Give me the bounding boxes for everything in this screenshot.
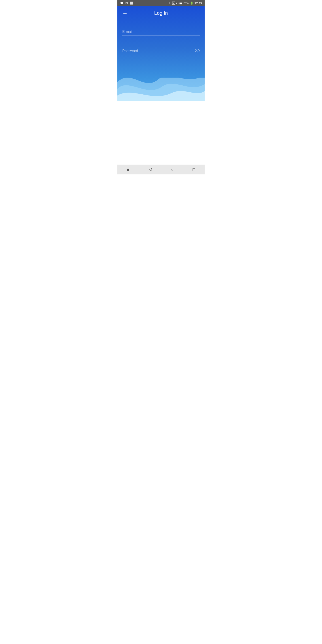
page-title: Log In [154,10,168,16]
email-input-wrapper [122,28,200,36]
back-nav-icon: ◁ [149,167,152,172]
whatsapp-icon: 💬 [120,2,124,5]
status-bar-left: 💬 🖼 ⬜ [120,2,133,5]
status-bar: 💬 🖼 ⬜ ✳ N ▾ ▮▮▮ 21% 🔋 17:45 [118,0,204,6]
password-input[interactable] [122,47,200,55]
status-time: 17:45 [194,2,202,5]
battery-percent: 21% [184,2,189,5]
back-arrow-icon: ← [122,10,128,16]
recents-icon: □ [192,167,195,172]
svg-rect-0 [118,101,204,113]
main-container: ← Log In REGISTERED E-MAIL WATER ADVISOR… [118,6,204,164]
password-input-wrapper [122,47,200,55]
back-button[interactable]: ← [122,10,128,16]
battery-icon: 🔋 [190,2,194,5]
home-icon: ○ [171,167,173,172]
svg-point-1 [195,49,200,52]
nfc-icon: N [172,2,175,5]
waves-container [118,78,204,164]
recents-button[interactable]: □ [192,167,195,172]
signal-icon: ▮▮▮ [178,2,182,4]
nav-bar: ■ ◁ ○ □ [118,164,204,174]
image-icon: 🖼 [125,2,128,5]
bluetooth-icon: ✳ [168,2,170,5]
header: ← Log In [118,6,204,16]
toggle-password-icon[interactable] [195,49,200,54]
back-nav-button[interactable]: ◁ [149,167,152,172]
svg-point-2 [196,50,198,51]
home-button[interactable]: ○ [171,167,173,172]
status-bar-right: ✳ N ▾ ▮▮▮ 21% 🔋 17:45 [168,2,202,5]
recent-apps-icon: ■ [127,167,130,172]
wifi-icon: ▾ [176,2,177,5]
monitor-icon: ⬜ [130,2,133,5]
recent-apps-button[interactable]: ■ [127,167,130,172]
email-input[interactable] [122,28,200,36]
